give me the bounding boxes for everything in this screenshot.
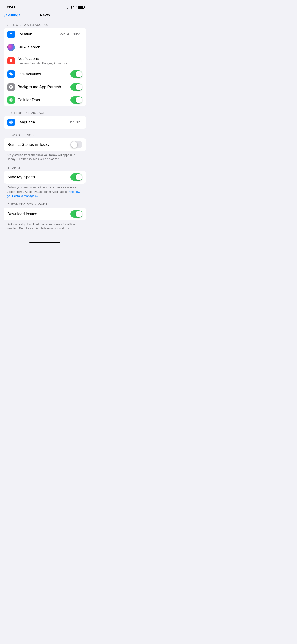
restrict-stories-toggle-thumb [71, 142, 77, 148]
restrict-stories-toggle[interactable] [70, 141, 82, 148]
cellular-title: Cellular Data [18, 98, 40, 102]
status-time: 09:41 [6, 5, 16, 10]
siri-title: Siri & Search [18, 45, 40, 49]
live-activities-title: Live Activities [18, 72, 41, 76]
live-activities-icon [7, 70, 15, 78]
section-footer-sports: Follow your teams and other sports inter… [0, 184, 90, 198]
bg-refresh-toggle-thumb [76, 84, 82, 90]
cellular-toggle[interactable] [70, 96, 82, 104]
row-download-issues[interactable]: Download Issues [4, 208, 86, 220]
language-right: English › [68, 120, 82, 124]
live-activities-label: Live Activities [18, 72, 70, 76]
language-title: Language [18, 120, 35, 124]
row-notifications[interactable]: Notifications Banners, Sounds, Badges, A… [4, 54, 86, 68]
siri-right: › [81, 45, 82, 49]
sync-sports-title: Sync My Sports [7, 175, 35, 179]
card-sports: Sync My Sports [4, 171, 86, 184]
notifications-icon [7, 57, 15, 64]
download-issues-title: Download Issues [7, 212, 37, 216]
siri-label: Siri & Search [18, 45, 81, 50]
page-title: News [40, 13, 50, 18]
bg-refresh-toggle[interactable] [70, 84, 82, 91]
bg-refresh-label: Background App Refresh [18, 85, 70, 89]
siri-chevron-icon: › [81, 45, 82, 49]
sports-data-link[interactable]: See how your data is managed... [7, 190, 80, 198]
back-chevron-icon: ‹ [4, 13, 5, 18]
section-sports: SPORTS Sync My Sports Follow your teams … [0, 166, 90, 198]
nav-bar: ‹ Settings News [0, 11, 90, 19]
section-header-allow-access: ALLOW NEWS TO ACCESS [0, 23, 90, 28]
section-header-news-settings: NEWS SETTINGS [0, 133, 90, 138]
restrict-stories-title: Restrict Stories in Today [7, 142, 50, 147]
language-icon [7, 118, 15, 126]
row-bg-refresh[interactable]: Background App Refresh [4, 80, 86, 94]
download-issues-toggle-thumb [76, 211, 82, 217]
siri-icon [7, 44, 15, 51]
section-header-sports: SPORTS [0, 166, 90, 171]
notifications-chevron-icon: › [81, 59, 82, 63]
restrict-stories-label: Restrict Stories in Today [7, 142, 70, 147]
row-restrict-stories[interactable]: Restrict Stories in Today [4, 138, 86, 151]
notifications-right: › [81, 59, 82, 63]
row-siri-search[interactable]: Siri & Search › [4, 41, 86, 54]
status-icons [68, 5, 84, 9]
notifications-label: Notifications Banners, Sounds, Badges, A… [18, 56, 81, 65]
section-header-preferred-language: PREFERRED LANGUAGE [0, 111, 90, 116]
svg-point-3 [10, 98, 13, 102]
cellular-label: Cellular Data [18, 98, 70, 102]
download-issues-label: Download Issues [7, 212, 70, 216]
location-right: While Using › [60, 32, 82, 36]
location-title: Location [18, 32, 32, 36]
sync-sports-label: Sync My Sports [7, 175, 70, 180]
sync-sports-toggle[interactable] [70, 174, 82, 181]
section-footer-auto-downloads: Automatically download magazine issues f… [0, 220, 90, 230]
location-icon [7, 31, 15, 38]
live-activities-toggle[interactable] [70, 70, 82, 78]
language-chevron-icon: › [81, 120, 82, 124]
card-preferred-language: Language English › [4, 116, 86, 129]
live-activities-toggle-thumb [76, 71, 82, 78]
section-preferred-language: PREFERRED LANGUAGE Language English › [0, 111, 90, 129]
location-label: Location [18, 32, 60, 36]
section-news-settings: NEWS SETTINGS Restrict Stories in Today … [0, 133, 90, 161]
signal-bars-icon [68, 6, 72, 8]
wifi-icon [73, 5, 77, 9]
card-allow-access: Location While Using › Siri & Search › [4, 28, 86, 106]
notifications-title: Notifications [18, 56, 39, 61]
back-button[interactable]: ‹ Settings [4, 13, 20, 18]
row-language[interactable]: Language English › [4, 116, 86, 129]
battery-icon [78, 6, 84, 9]
battery-fill [79, 6, 83, 8]
row-sync-sports[interactable]: Sync My Sports [4, 171, 86, 184]
row-cellular[interactable]: Cellular Data [4, 94, 86, 106]
home-bar [30, 242, 60, 243]
card-news-settings: Restrict Stories in Today [4, 138, 86, 151]
svg-point-0 [10, 73, 12, 75]
content: ALLOW NEWS TO ACCESS Location While Usin… [0, 19, 90, 239]
card-auto-downloads: Download Issues [4, 208, 86, 220]
cellular-icon [7, 96, 15, 104]
language-value: English [68, 120, 80, 124]
home-indicator [0, 239, 90, 244]
location-chevron-icon: › [81, 32, 82, 36]
language-label: Language [18, 120, 68, 124]
section-footer-news-settings: Only stories from channels you follow wi… [0, 151, 90, 161]
section-header-auto-downloads: AUTOMATIC DOWNLOADS [0, 203, 90, 208]
cellular-toggle-thumb [76, 97, 82, 103]
location-value: While Using [60, 32, 80, 36]
bg-refresh-title: Background App Refresh [18, 85, 61, 89]
notifications-subtitle: Banners, Sounds, Badges, Announce [18, 62, 81, 65]
bg-refresh-icon [7, 84, 15, 91]
back-label: Settings [6, 13, 20, 18]
section-auto-downloads: AUTOMATIC DOWNLOADS Download Issues Auto… [0, 203, 90, 230]
section-allow-access: ALLOW NEWS TO ACCESS Location While Usin… [0, 23, 90, 106]
status-bar: 09:41 [0, 0, 90, 11]
sync-sports-toggle-thumb [76, 174, 82, 180]
row-location[interactable]: Location While Using › [4, 28, 86, 41]
row-live-activities[interactable]: Live Activities [4, 68, 86, 80]
download-issues-toggle[interactable] [70, 210, 82, 218]
